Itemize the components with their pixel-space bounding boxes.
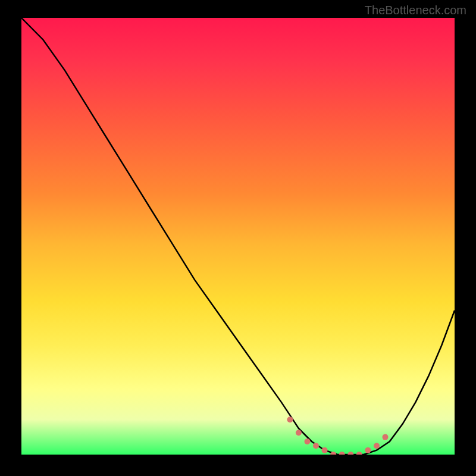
marker-dot (365, 447, 371, 453)
marker-dot (356, 452, 362, 455)
marker-dot (322, 447, 328, 453)
marker-dot (287, 416, 293, 422)
marker-dot (313, 443, 319, 449)
marker-dot (305, 439, 311, 444)
watermark-text: TheBottleneck.com (365, 4, 466, 17)
marker-dot (339, 452, 345, 455)
chart-svg (21, 18, 455, 455)
marker-dot (347, 452, 353, 455)
marker-dot (383, 434, 389, 440)
marker-dot (296, 430, 302, 436)
marker-dot (374, 443, 380, 449)
plot-area (21, 18, 455, 455)
bottleneck-curve (21, 18, 455, 455)
highlight-dots (287, 416, 388, 455)
